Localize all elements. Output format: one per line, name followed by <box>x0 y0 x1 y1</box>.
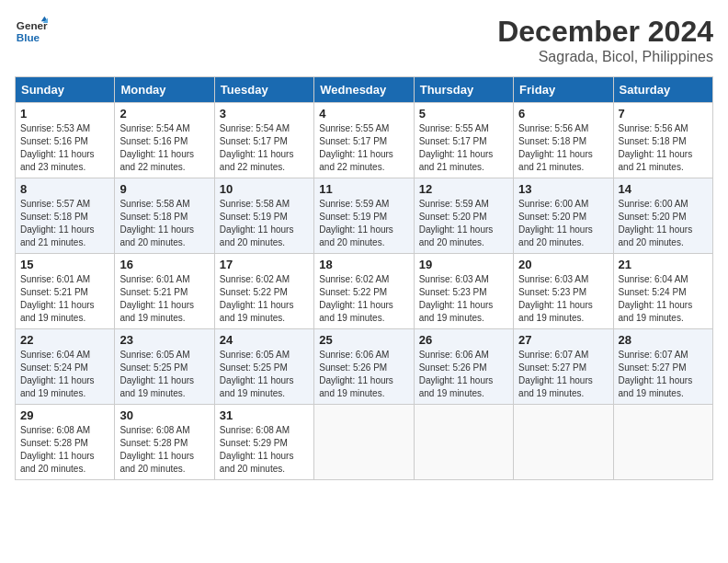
day-detail: Sunrise: 6:01 AMSunset: 5:21 PMDaylight:… <box>119 273 209 325</box>
day-detail: Sunrise: 6:03 AMSunset: 5:23 PMDaylight:… <box>419 273 508 325</box>
calendar-week-1: 1Sunrise: 5:53 AMSunset: 5:16 PMDaylight… <box>16 103 713 178</box>
logo-icon: General Blue <box>15 15 48 48</box>
calendar-cell: 2Sunrise: 5:54 AMSunset: 5:16 PMDaylight… <box>115 103 214 178</box>
calendar-cell <box>314 405 414 480</box>
calendar-header-row: SundayMondayTuesdayWednesdayThursdayFrid… <box>16 77 713 103</box>
day-detail: Sunrise: 6:08 AMSunset: 5:28 PMDaylight:… <box>20 424 109 476</box>
calendar-cell: 16Sunrise: 6:01 AMSunset: 5:21 PMDayligh… <box>115 254 214 329</box>
day-detail: Sunrise: 6:04 AMSunset: 5:24 PMDaylight:… <box>619 273 708 325</box>
calendar-cell: 13Sunrise: 6:00 AMSunset: 5:20 PMDayligh… <box>514 178 613 254</box>
page-header: General Blue December 2024 Sagrada, Bico… <box>15 15 713 65</box>
calendar-cell: 19Sunrise: 6:03 AMSunset: 5:23 PMDayligh… <box>414 254 513 329</box>
day-detail: Sunrise: 6:05 AMSunset: 5:25 PMDaylight:… <box>119 349 209 400</box>
calendar-cell: 25Sunrise: 6:06 AMSunset: 5:26 PMDayligh… <box>314 329 414 405</box>
calendar-body: 1Sunrise: 5:53 AMSunset: 5:16 PMDaylight… <box>16 103 713 480</box>
day-detail: Sunrise: 5:53 AMSunset: 5:16 PMDaylight:… <box>20 122 109 174</box>
day-number: 19 <box>419 258 508 271</box>
calendar-cell: 6Sunrise: 5:56 AMSunset: 5:18 PMDaylight… <box>514 103 613 178</box>
day-detail: Sunrise: 5:56 AMSunset: 5:18 PMDaylight:… <box>619 122 708 174</box>
day-detail: Sunrise: 5:56 AMSunset: 5:18 PMDaylight:… <box>518 122 608 174</box>
calendar-cell: 7Sunrise: 5:56 AMSunset: 5:18 PMDaylight… <box>613 103 712 178</box>
day-number: 18 <box>319 258 408 271</box>
day-detail: Sunrise: 6:02 AMSunset: 5:22 PMDaylight:… <box>319 273 408 325</box>
day-number: 30 <box>119 408 209 422</box>
day-number: 20 <box>518 258 608 271</box>
day-number: 10 <box>220 182 309 196</box>
calendar-cell: 29Sunrise: 6:08 AMSunset: 5:28 PMDayligh… <box>16 405 115 480</box>
calendar-cell: 1Sunrise: 5:53 AMSunset: 5:16 PMDaylight… <box>16 103 115 178</box>
day-number: 16 <box>119 258 209 271</box>
header-monday: Monday <box>115 77 214 103</box>
calendar-cell: 24Sunrise: 6:05 AMSunset: 5:25 PMDayligh… <box>214 329 313 405</box>
day-detail: Sunrise: 6:02 AMSunset: 5:22 PMDaylight:… <box>220 273 309 325</box>
day-number: 2 <box>119 107 209 121</box>
day-detail: Sunrise: 6:04 AMSunset: 5:24 PMDaylight:… <box>20 349 109 400</box>
day-number: 21 <box>619 258 708 271</box>
calendar-week-2: 8Sunrise: 5:57 AMSunset: 5:18 PMDaylight… <box>16 178 713 254</box>
calendar-cell: 30Sunrise: 6:08 AMSunset: 5:28 PMDayligh… <box>115 405 214 480</box>
day-detail: Sunrise: 6:08 AMSunset: 5:28 PMDaylight:… <box>119 424 209 476</box>
calendar-week-3: 15Sunrise: 6:01 AMSunset: 5:21 PMDayligh… <box>16 254 713 329</box>
day-number: 26 <box>419 333 508 347</box>
day-detail: Sunrise: 6:01 AMSunset: 5:21 PMDaylight:… <box>20 273 109 325</box>
day-detail: Sunrise: 6:07 AMSunset: 5:27 PMDaylight:… <box>518 349 608 400</box>
calendar-cell: 28Sunrise: 6:07 AMSunset: 5:27 PMDayligh… <box>613 329 712 405</box>
calendar-week-4: 22Sunrise: 6:04 AMSunset: 5:24 PMDayligh… <box>16 329 713 405</box>
day-number: 4 <box>319 107 408 121</box>
header-sunday: Sunday <box>16 77 115 103</box>
day-detail: Sunrise: 6:06 AMSunset: 5:26 PMDaylight:… <box>319 349 408 400</box>
day-number: 22 <box>20 333 109 347</box>
logo: General Blue <box>15 15 48 48</box>
calendar-cell: 12Sunrise: 5:59 AMSunset: 5:20 PMDayligh… <box>414 178 513 254</box>
day-number: 15 <box>20 258 109 271</box>
day-detail: Sunrise: 6:00 AMSunset: 5:20 PMDaylight:… <box>518 198 608 249</box>
calendar-cell: 21Sunrise: 6:04 AMSunset: 5:24 PMDayligh… <box>613 254 712 329</box>
svg-text:Blue: Blue <box>17 31 40 43</box>
calendar-cell: 18Sunrise: 6:02 AMSunset: 5:22 PMDayligh… <box>314 254 414 329</box>
day-detail: Sunrise: 5:57 AMSunset: 5:18 PMDaylight:… <box>20 198 109 249</box>
calendar-cell: 22Sunrise: 6:04 AMSunset: 5:24 PMDayligh… <box>16 329 115 405</box>
day-detail: Sunrise: 5:59 AMSunset: 5:20 PMDaylight:… <box>419 198 508 249</box>
day-number: 28 <box>619 333 708 347</box>
day-number: 6 <box>518 107 608 121</box>
calendar-cell: 9Sunrise: 5:58 AMSunset: 5:18 PMDaylight… <box>115 178 214 254</box>
day-number: 5 <box>419 107 508 121</box>
day-detail: Sunrise: 5:54 AMSunset: 5:17 PMDaylight:… <box>220 122 309 174</box>
header-friday: Friday <box>514 77 613 103</box>
calendar-week-5: 29Sunrise: 6:08 AMSunset: 5:28 PMDayligh… <box>16 405 713 480</box>
day-detail: Sunrise: 5:54 AMSunset: 5:16 PMDaylight:… <box>119 122 209 174</box>
title-area: December 2024 Sagrada, Bicol, Philippine… <box>497 15 713 65</box>
day-number: 1 <box>20 107 109 121</box>
day-number: 3 <box>220 107 309 121</box>
calendar-cell: 11Sunrise: 5:59 AMSunset: 5:19 PMDayligh… <box>314 178 414 254</box>
header-tuesday: Tuesday <box>214 77 313 103</box>
day-number: 17 <box>220 258 309 271</box>
calendar-cell: 26Sunrise: 6:06 AMSunset: 5:26 PMDayligh… <box>414 329 513 405</box>
location-title: Sagrada, Bicol, Philippines <box>497 49 713 65</box>
day-detail: Sunrise: 6:05 AMSunset: 5:25 PMDaylight:… <box>220 349 309 400</box>
header-wednesday: Wednesday <box>314 77 414 103</box>
calendar-cell <box>613 405 712 480</box>
day-number: 8 <box>20 182 109 196</box>
day-number: 29 <box>20 408 109 422</box>
calendar-cell: 20Sunrise: 6:03 AMSunset: 5:23 PMDayligh… <box>514 254 613 329</box>
calendar-cell: 17Sunrise: 6:02 AMSunset: 5:22 PMDayligh… <box>214 254 313 329</box>
day-number: 11 <box>319 182 408 196</box>
calendar-cell: 3Sunrise: 5:54 AMSunset: 5:17 PMDaylight… <box>214 103 313 178</box>
day-number: 14 <box>619 182 708 196</box>
calendar-cell: 8Sunrise: 5:57 AMSunset: 5:18 PMDaylight… <box>16 178 115 254</box>
day-detail: Sunrise: 6:08 AMSunset: 5:29 PMDaylight:… <box>220 424 309 476</box>
day-detail: Sunrise: 6:06 AMSunset: 5:26 PMDaylight:… <box>419 349 508 400</box>
header-saturday: Saturday <box>613 77 712 103</box>
day-number: 24 <box>220 333 309 347</box>
day-number: 12 <box>419 182 508 196</box>
day-number: 7 <box>619 107 708 121</box>
day-detail: Sunrise: 6:00 AMSunset: 5:20 PMDaylight:… <box>619 198 708 249</box>
day-detail: Sunrise: 5:58 AMSunset: 5:18 PMDaylight:… <box>119 198 209 249</box>
day-detail: Sunrise: 5:55 AMSunset: 5:17 PMDaylight:… <box>419 122 508 174</box>
calendar-cell: 27Sunrise: 6:07 AMSunset: 5:27 PMDayligh… <box>514 329 613 405</box>
month-title: December 2024 <box>497 15 713 49</box>
header-thursday: Thursday <box>414 77 513 103</box>
calendar-cell: 15Sunrise: 6:01 AMSunset: 5:21 PMDayligh… <box>16 254 115 329</box>
calendar-cell: 23Sunrise: 6:05 AMSunset: 5:25 PMDayligh… <box>115 329 214 405</box>
